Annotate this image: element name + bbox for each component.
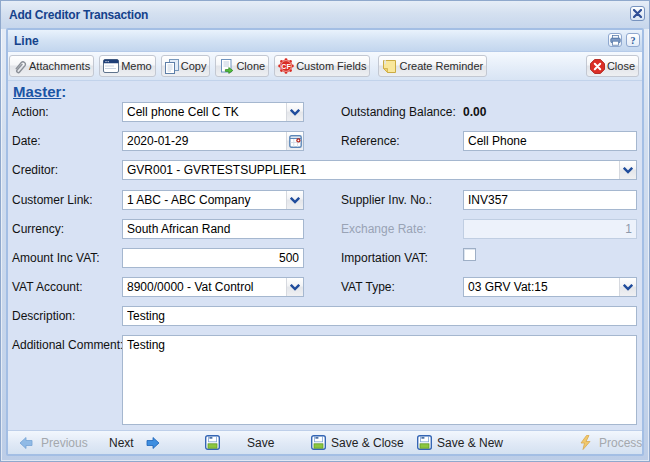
- help-icon: ?: [631, 35, 636, 46]
- copy-icon: [165, 59, 179, 74]
- calendar-icon: [289, 135, 302, 148]
- creditor-combo-trigger[interactable]: [619, 161, 636, 179]
- close-button-label: Close: [607, 60, 635, 72]
- copy-button[interactable]: Copy: [161, 55, 211, 77]
- window-close-icon: [633, 9, 642, 18]
- attachments-button-label: Attachments: [29, 60, 90, 72]
- window-title: Add Creditor Transaction: [9, 8, 148, 22]
- description-field[interactable]: [122, 306, 637, 326]
- exchange-rate-label: Exchange Rate:: [341, 222, 426, 236]
- add-creditor-transaction-window: Add Creditor Transaction Line ?: [0, 0, 650, 462]
- custom-fields-icon: CF: [278, 58, 294, 74]
- reference-label: Reference:: [341, 134, 400, 148]
- memo-button-label: Memo: [121, 60, 152, 72]
- customer-link-input[interactable]: [123, 191, 286, 209]
- customer-link-label: Customer Link:: [12, 193, 93, 207]
- arrow-left-icon: [18, 435, 34, 451]
- action-label: Action:: [12, 105, 49, 119]
- amount-inc-vat-input[interactable]: [123, 249, 303, 267]
- custom-fields-button-label: Custom Fields: [296, 60, 366, 72]
- chevron-down-icon: [290, 109, 300, 116]
- creditor-combo[interactable]: [122, 160, 637, 180]
- importation-vat-checkbox[interactable]: [463, 248, 476, 261]
- memo-icon: [103, 59, 119, 73]
- amount-inc-vat-label: Amount Inc VAT:: [12, 251, 100, 265]
- clone-button[interactable]: Clone: [215, 55, 269, 77]
- additional-comment-label: Additional Comment:: [12, 338, 123, 352]
- process-button[interactable]: Process: [599, 436, 642, 450]
- create-reminder-button[interactable]: Create Reminder: [378, 55, 487, 77]
- vat-type-combo-trigger[interactable]: [619, 278, 636, 296]
- vat-account-combo-trigger[interactable]: [286, 278, 303, 296]
- next-button[interactable]: Next: [109, 436, 134, 450]
- date-field[interactable]: [122, 131, 304, 151]
- exchange-rate-input[interactable]: [464, 220, 636, 238]
- close-button[interactable]: Close: [586, 55, 639, 77]
- vat-type-combo[interactable]: [463, 277, 637, 297]
- save-new-button[interactable]: Save & New: [437, 436, 503, 450]
- supplier-inv-no-label: Supplier Inv. No.:: [341, 193, 432, 207]
- form-body: Master: Action: Outstanding Balance: 0.0…: [8, 81, 642, 430]
- vat-account-label: VAT Account:: [12, 280, 83, 294]
- line-panel: Line ? Attachments: [6, 28, 644, 456]
- exchange-rate-field[interactable]: [463, 219, 637, 239]
- chevron-down-icon: [623, 167, 633, 174]
- close-red-icon: [590, 59, 605, 74]
- date-label: Date:: [12, 134, 41, 148]
- customer-link-combo[interactable]: [122, 190, 304, 210]
- top-toolbar: Attachments Memo Co: [8, 52, 642, 81]
- line-panel-title: Line: [14, 34, 39, 48]
- bottom-toolbar: Previous Next Save Save & Close: [8, 430, 642, 454]
- action-input[interactable]: [123, 103, 286, 121]
- description-label: Description:: [12, 309, 75, 323]
- outstanding-balance-label: Outstanding Balance:: [341, 105, 456, 119]
- supplier-inv-no-field[interactable]: [463, 190, 637, 210]
- vat-type-label: VAT Type:: [341, 280, 395, 294]
- line-panel-header: Line ?: [8, 30, 642, 52]
- window-close-button[interactable]: [630, 6, 645, 21]
- clone-button-label: Clone: [236, 60, 265, 72]
- print-tool-button[interactable]: [608, 33, 622, 47]
- currency-field[interactable]: [122, 219, 304, 239]
- supplier-inv-no-input[interactable]: [464, 191, 636, 209]
- amount-inc-vat-field[interactable]: [122, 248, 304, 268]
- lightning-icon: [578, 435, 593, 450]
- clone-icon: [219, 59, 234, 74]
- creditor-input[interactable]: [123, 161, 619, 179]
- creditor-label: Creditor:: [12, 163, 58, 177]
- date-input[interactable]: [123, 132, 286, 150]
- chevron-down-icon: [623, 284, 633, 291]
- customer-link-combo-trigger[interactable]: [286, 191, 303, 209]
- outstanding-balance-value: 0.00: [463, 105, 486, 119]
- save-icon: [417, 435, 432, 450]
- action-combo[interactable]: [122, 102, 304, 122]
- additional-comment-textarea[interactable]: Testing: [122, 335, 637, 425]
- vat-account-input[interactable]: [123, 278, 286, 296]
- chevron-down-icon: [290, 284, 300, 291]
- currency-input[interactable]: [123, 220, 303, 238]
- currency-label: Currency:: [12, 222, 64, 236]
- vat-account-combo[interactable]: [122, 277, 304, 297]
- date-picker-trigger[interactable]: [286, 132, 303, 150]
- copy-button-label: Copy: [181, 60, 207, 72]
- save-icon: [205, 435, 220, 450]
- create-reminder-button-label: Create Reminder: [399, 60, 483, 72]
- arrow-right-icon: [145, 435, 161, 451]
- help-tool-button[interactable]: ?: [626, 33, 640, 47]
- reference-input[interactable]: [464, 132, 636, 150]
- description-input[interactable]: [123, 307, 636, 325]
- previous-button[interactable]: Previous: [41, 436, 88, 450]
- vat-type-input[interactable]: [464, 278, 619, 296]
- paperclip-icon: [13, 59, 27, 74]
- svg-text:CF: CF: [281, 63, 291, 70]
- action-combo-trigger[interactable]: [286, 103, 303, 121]
- memo-button[interactable]: Memo: [99, 55, 156, 77]
- reference-field[interactable]: [463, 131, 637, 151]
- custom-fields-button[interactable]: CF Custom Fields: [274, 55, 370, 77]
- sticky-note-icon: [382, 59, 397, 74]
- window-titlebar[interactable]: Add Creditor Transaction: [1, 1, 649, 29]
- chevron-down-icon: [290, 197, 300, 204]
- attachments-button[interactable]: Attachments: [9, 55, 94, 77]
- save-close-button[interactable]: Save & Close: [331, 436, 404, 450]
- save-button[interactable]: Save: [247, 436, 274, 450]
